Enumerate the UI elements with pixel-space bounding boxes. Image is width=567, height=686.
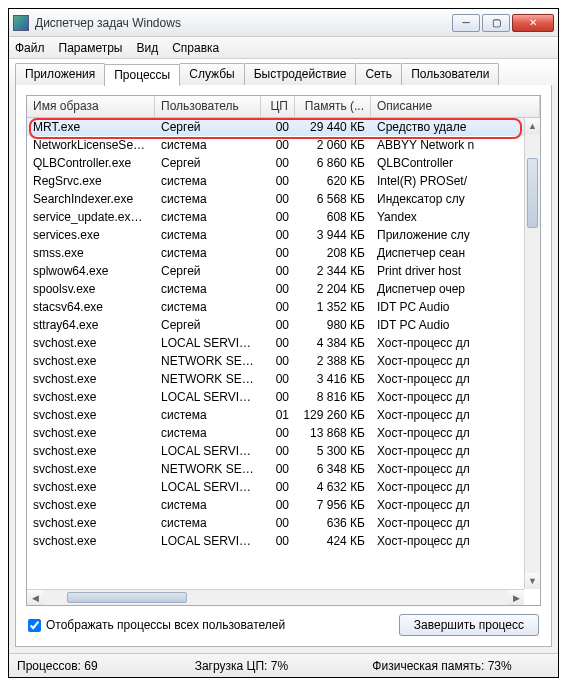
scroll-thumb[interactable] — [527, 158, 538, 228]
cell-cpu: 00 — [261, 515, 295, 531]
cell-desc: Хост-процесс дл — [371, 533, 540, 549]
table-row[interactable]: RegSrvc.exeсистема00620 КБIntel(R) PROSe… — [27, 172, 540, 190]
table-row[interactable]: svchost.exeсистема0013 868 КБХост-процес… — [27, 424, 540, 442]
horizontal-scrollbar[interactable]: ◀ ▶ — [27, 589, 524, 605]
menu-file[interactable]: Файл — [15, 41, 45, 55]
cell-user: LOCAL SERVICE — [155, 335, 261, 351]
table-row[interactable]: svchost.exeсистема01129 260 КБХост-проце… — [27, 406, 540, 424]
show-all-users-checkbox[interactable]: Отображать процессы всех пользователей — [28, 618, 285, 632]
cell-user: Сергей — [155, 263, 261, 279]
menu-view[interactable]: Вид — [136, 41, 158, 55]
table-row[interactable]: SearchIndexer.exeсистема006 568 КБИндекс… — [27, 190, 540, 208]
menu-help[interactable]: Справка — [172, 41, 219, 55]
table-row[interactable]: svchost.exeNETWORK SERVI...003 416 КБХос… — [27, 370, 540, 388]
col-image[interactable]: Имя образа — [27, 96, 155, 117]
cell-desc: Хост-процесс дл — [371, 353, 540, 369]
vertical-scrollbar[interactable]: ▲ ▼ — [524, 118, 540, 589]
cell-desc: Хост-процесс дл — [371, 407, 540, 423]
cell-desc: Хост-процесс дл — [371, 515, 540, 531]
cell-cpu: 00 — [261, 335, 295, 351]
tab-services[interactable]: Службы — [179, 63, 244, 85]
cell-mem: 13 868 КБ — [295, 425, 371, 441]
table-row[interactable]: svchost.exeNETWORK SERVI...002 388 КБХос… — [27, 352, 540, 370]
cell-image: smss.exe — [27, 245, 155, 261]
close-button[interactable]: ✕ — [512, 14, 554, 32]
table-row[interactable]: NetworkLicenseServ...система002 060 КБAB… — [27, 136, 540, 154]
cell-mem: 2 204 КБ — [295, 281, 371, 297]
cell-cpu: 00 — [261, 263, 295, 279]
cell-cpu: 00 — [261, 227, 295, 243]
tab-applications[interactable]: Приложения — [15, 63, 105, 85]
scroll-left-icon[interactable]: ◀ — [27, 590, 43, 605]
status-processes: Процессов: 69 — [17, 659, 195, 673]
col-cpu[interactable]: ЦП — [261, 96, 295, 117]
checkbox-input[interactable] — [28, 619, 41, 632]
table-row[interactable]: sttray64.exeСергей00980 КБIDT PC Audio — [27, 316, 540, 334]
cell-user: Сергей — [155, 155, 261, 171]
tab-networking[interactable]: Сеть — [355, 63, 402, 85]
col-user[interactable]: Пользователь — [155, 96, 261, 117]
cell-mem: 3 416 КБ — [295, 371, 371, 387]
cell-user: система — [155, 425, 261, 441]
tab-processes[interactable]: Процессы — [104, 64, 180, 86]
process-list[interactable]: Имя образа Пользователь ЦП Память (... О… — [26, 95, 541, 606]
status-mem: Физическая память: 73% — [372, 659, 550, 673]
scroll-thumb-h[interactable] — [67, 592, 187, 603]
column-headers: Имя образа Пользователь ЦП Память (... О… — [27, 96, 540, 118]
table-row[interactable]: svchost.exeNETWORK SERVI...006 348 КБХос… — [27, 460, 540, 478]
cell-desc: Хост-процесс дл — [371, 371, 540, 387]
cell-image: service_update.exe ... — [27, 209, 155, 225]
table-row[interactable]: svchost.exeLOCAL SERVICE008 816 КБХост-п… — [27, 388, 540, 406]
cell-user: система — [155, 173, 261, 189]
cell-mem: 8 816 КБ — [295, 389, 371, 405]
table-row[interactable]: services.exeсистема003 944 КБПриложение … — [27, 226, 540, 244]
cell-desc: Хост-процесс дл — [371, 389, 540, 405]
app-icon — [13, 15, 29, 31]
cell-user: система — [155, 227, 261, 243]
cell-desc: Print driver host — [371, 263, 540, 279]
tab-performance[interactable]: Быстродействие — [244, 63, 357, 85]
scroll-down-icon[interactable]: ▼ — [525, 573, 540, 589]
table-row[interactable]: splwow64.exeСергей002 344 КБPrint driver… — [27, 262, 540, 280]
cell-desc: Приложение слу — [371, 227, 540, 243]
cell-cpu: 00 — [261, 425, 295, 441]
end-process-button[interactable]: Завершить процесс — [399, 614, 539, 636]
cell-mem: 4 384 КБ — [295, 335, 371, 351]
minimize-button[interactable]: ─ — [452, 14, 480, 32]
cell-cpu: 00 — [261, 209, 295, 225]
scroll-up-icon[interactable]: ▲ — [525, 118, 540, 134]
cell-user: система — [155, 191, 261, 207]
table-row[interactable]: service_update.exe ...система00608 КБYan… — [27, 208, 540, 226]
cell-desc: Хост-процесс дл — [371, 479, 540, 495]
col-desc[interactable]: Описание — [371, 96, 540, 117]
table-row[interactable]: spoolsv.exeсистема002 204 КБДиспетчер оч… — [27, 280, 540, 298]
cell-cpu: 00 — [261, 353, 295, 369]
tab-content: Имя образа Пользователь ЦП Память (... О… — [15, 85, 552, 647]
table-row[interactable]: svchost.exeсистема00636 КБХост-процесс д… — [27, 514, 540, 532]
table-row[interactable]: svchost.exeLOCAL SERVICE004 632 КБХост-п… — [27, 478, 540, 496]
cell-desc: Средство удале — [371, 119, 540, 135]
table-row[interactable]: MRT.exeСергей0029 440 КБСредство удале — [27, 118, 540, 136]
table-row[interactable]: QLBController.exeСергей006 860 КБQLBCont… — [27, 154, 540, 172]
menu-options[interactable]: Параметры — [59, 41, 123, 55]
cell-cpu: 00 — [261, 389, 295, 405]
cell-mem: 7 956 КБ — [295, 497, 371, 513]
cell-user: LOCAL SERVICE — [155, 533, 261, 549]
scroll-right-icon[interactable]: ▶ — [508, 590, 524, 605]
cell-mem: 6 348 КБ — [295, 461, 371, 477]
cell-desc: Intel(R) PROSet/ — [371, 173, 540, 189]
cell-image: stacsv64.exe — [27, 299, 155, 315]
table-row[interactable]: svchost.exeсистема007 956 КБХост-процесс… — [27, 496, 540, 514]
cell-cpu: 00 — [261, 119, 295, 135]
cell-mem: 29 440 КБ — [295, 119, 371, 135]
tab-users[interactable]: Пользователи — [401, 63, 499, 85]
col-mem[interactable]: Память (... — [295, 96, 371, 117]
table-row[interactable]: svchost.exeLOCAL SERVICE005 300 КБХост-п… — [27, 442, 540, 460]
table-row[interactable]: stacsv64.exeсистема001 352 КБIDT PC Audi… — [27, 298, 540, 316]
maximize-button[interactable]: ▢ — [482, 14, 510, 32]
table-row[interactable]: smss.exeсистема00208 КБДиспетчер сеан — [27, 244, 540, 262]
cell-image: SearchIndexer.exe — [27, 191, 155, 207]
table-row[interactable]: svchost.exeLOCAL SERVICE004 384 КБХост-п… — [27, 334, 540, 352]
cell-cpu: 00 — [261, 497, 295, 513]
table-row[interactable]: svchost.exeLOCAL SERVICE00424 КБХост-про… — [27, 532, 540, 550]
